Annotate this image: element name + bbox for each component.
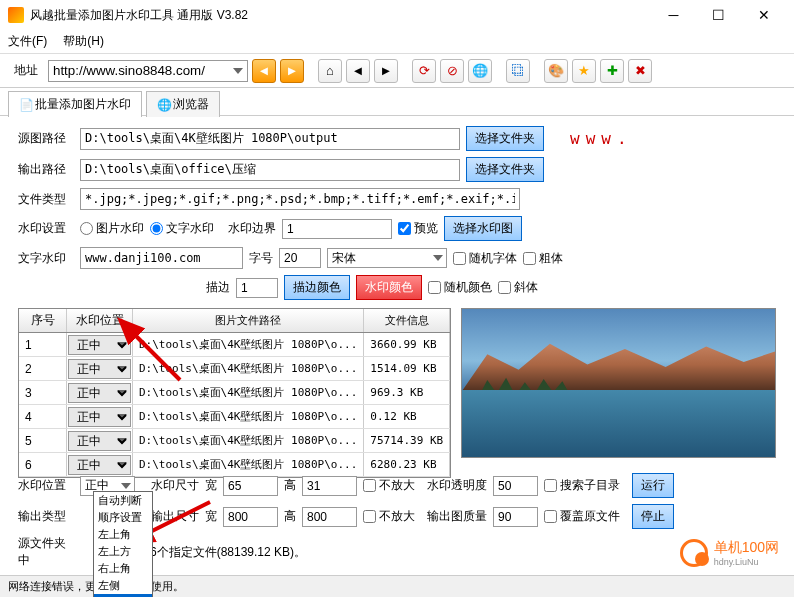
file-type-input[interactable] [80, 188, 520, 210]
row-pos-combo[interactable]: 正中 [68, 359, 131, 379]
table-row[interactable]: 3正中D:\tools\桌面\4K壁纸图片 1080P\o...969.3 KB [19, 381, 450, 405]
cell-path: D:\tools\桌面\4K壁纸图片 1080P\o... [133, 381, 364, 404]
quality-spinner[interactable]: 90 [493, 507, 538, 527]
cell-seq: 5 [19, 429, 67, 452]
font-size-label: 字号 [249, 250, 273, 267]
add-icon[interactable]: ✚ [600, 59, 624, 83]
preview-image [461, 308, 776, 458]
check-preview[interactable]: 预览 [398, 220, 438, 237]
wm-border-spinner[interactable]: 1 [282, 219, 392, 239]
th-pos[interactable]: 水印位置 [67, 309, 133, 332]
check-no-enlarge-2[interactable]: 不放大 [363, 508, 415, 525]
w-label: 宽 [205, 477, 217, 494]
quality-label: 输出图质量 [427, 508, 487, 525]
row-pos-combo[interactable]: 正中 [68, 383, 131, 403]
stop-icon[interactable]: ⊘ [440, 59, 464, 83]
stop-button[interactable]: 停止 [632, 504, 674, 529]
select-wm-img-button[interactable]: 选择水印图 [444, 216, 522, 241]
tabs: 📄 批量添加图片水印 🌐 浏览器 [0, 88, 794, 116]
check-rand-font[interactable]: 随机字体 [453, 250, 517, 267]
th-seq[interactable]: 序号 [19, 309, 67, 332]
table-row[interactable]: 1正中D:\tools\桌面\4K壁纸图片 1080P\o...3660.99 … [19, 333, 450, 357]
row-pos-combo[interactable]: 正中 [68, 335, 131, 355]
address-input[interactable] [48, 60, 248, 82]
row-pos-combo[interactable]: 正中 [68, 455, 131, 475]
font-size-spinner[interactable]: 20 [279, 248, 321, 268]
text-wm-input[interactable] [80, 247, 243, 269]
watermark-tab-icon: 📄 [19, 98, 31, 110]
row-pos-combo[interactable]: 正中 [68, 431, 131, 451]
stroke-spinner[interactable]: 1 [236, 278, 278, 298]
source-path-input[interactable] [80, 128, 460, 150]
dropdown-option[interactable]: 顺序设置 [94, 509, 152, 526]
delete-icon[interactable]: ✖ [628, 59, 652, 83]
src-folder-label: 源文件夹中 [18, 535, 74, 569]
check-overwrite[interactable]: 覆盖原文件 [544, 508, 620, 525]
wm-color-button[interactable]: 水印颜色 [356, 275, 422, 300]
minimize-button[interactable]: ─ [651, 1, 696, 29]
wm-pos-dropdown[interactable]: 自动判断顺序设置左上角左上方右上角左侧正中 [93, 491, 153, 597]
select-source-folder-button[interactable]: 选择文件夹 [466, 126, 544, 151]
globe-icon[interactable]: 🌐 [468, 59, 492, 83]
maximize-button[interactable]: ☐ [696, 1, 741, 29]
star-icon[interactable]: ★ [572, 59, 596, 83]
dropdown-option[interactable]: 自动判断 [94, 492, 152, 509]
address-label: 地址 [8, 60, 44, 81]
dropdown-option[interactable]: 左侧 [94, 577, 152, 594]
close-button[interactable]: ✕ [741, 1, 786, 29]
radio-image-wm[interactable]: 图片水印 [80, 220, 144, 237]
color-icon[interactable]: 🎨 [544, 59, 568, 83]
font-combo[interactable]: 宋体 [327, 248, 447, 268]
select-output-folder-button[interactable]: 选择文件夹 [466, 157, 544, 182]
table-row[interactable]: 2正中D:\tools\桌面\4K壁纸图片 1080P\o...1514.09 … [19, 357, 450, 381]
go-forward-icon[interactable]: ► [280, 59, 304, 83]
check-search-sub[interactable]: 搜索子目录 [544, 477, 620, 494]
wm-w-spinner[interactable]: 65 [223, 476, 278, 496]
dropdown-option[interactable]: 右上角 [94, 560, 152, 577]
menu-file[interactable]: 文件(F) [8, 33, 47, 50]
wm-h-spinner[interactable]: 31 [302, 476, 357, 496]
nav-back-icon[interactable]: ◄ [346, 59, 370, 83]
browser-tab-icon: 🌐 [157, 98, 169, 110]
th-info[interactable]: 文件信息 [364, 309, 450, 332]
home-icon[interactable]: ⌂ [318, 59, 342, 83]
go-back-icon[interactable]: ◄ [252, 59, 276, 83]
out-type-label: 输出类型 [18, 508, 74, 525]
cell-path: D:\tools\桌面\4K壁纸图片 1080P\o... [133, 357, 364, 380]
tab-browser[interactable]: 🌐 浏览器 [146, 91, 220, 117]
src-folder-value: 6个指定文件(88139.12 KB)。 [150, 544, 306, 561]
radio-text-wm[interactable]: 文字水印 [150, 220, 214, 237]
check-italic[interactable]: 斜体 [498, 279, 538, 296]
table-row[interactable]: 5正中D:\tools\桌面\4K壁纸图片 1080P\o...75714.39… [19, 429, 450, 453]
copy-icon[interactable]: ⿻ [506, 59, 530, 83]
opacity-spinner[interactable]: 50 [493, 476, 538, 496]
output-path-label: 输出路径 [18, 161, 74, 178]
cell-path: D:\tools\桌面\4K壁纸图片 1080P\o... [133, 405, 364, 428]
cell-seq: 3 [19, 381, 67, 404]
table-row[interactable]: 4正中D:\tools\桌面\4K壁纸图片 1080P\o...0.12 KB [19, 405, 450, 429]
run-button[interactable]: 运行 [632, 473, 674, 498]
file-table: 序号 水印位置 图片文件路径 文件信息 1正中D:\tools\桌面\4K壁纸图… [18, 308, 451, 478]
th-path[interactable]: 图片文件路径 [133, 309, 364, 332]
refresh-icon[interactable]: ⟳ [412, 59, 436, 83]
cell-info: 3660.99 KB [364, 333, 450, 356]
out-h-spinner[interactable]: 800 [302, 507, 357, 527]
nav-forward-icon[interactable]: ► [374, 59, 398, 83]
cell-info: 969.3 KB [364, 381, 450, 404]
cell-seq: 4 [19, 405, 67, 428]
check-bold[interactable]: 粗体 [523, 250, 563, 267]
cell-path: D:\tools\桌面\4K壁纸图片 1080P\o... [133, 333, 364, 356]
stroke-color-button[interactable]: 描边颜色 [284, 275, 350, 300]
check-no-enlarge-1[interactable]: 不放大 [363, 477, 415, 494]
row-pos-combo[interactable]: 正中 [68, 407, 131, 427]
dropdown-option[interactable]: 左上角 [94, 526, 152, 543]
cell-info: 75714.39 KB [364, 429, 450, 452]
output-path-input[interactable] [80, 159, 460, 181]
www-text: www. [570, 129, 633, 148]
tab-watermark[interactable]: 📄 批量添加图片水印 [8, 91, 142, 117]
menu-help[interactable]: 帮助(H) [63, 33, 104, 50]
wm-setting-label: 水印设置 [18, 220, 74, 237]
check-rand-color[interactable]: 随机颜色 [428, 279, 492, 296]
out-w-spinner[interactable]: 800 [223, 507, 278, 527]
dropdown-option[interactable]: 左上方 [94, 543, 152, 560]
